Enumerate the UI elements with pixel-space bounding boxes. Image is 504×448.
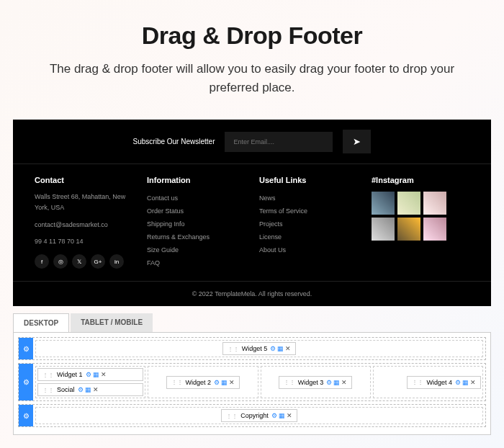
builder-row: ⚙ ⋮⋮Widget 5⚙▦✕ — [18, 337, 486, 360]
builder-row: ⚙ ⋮⋮Widget 1⚙▦✕ ⋮⋮Social⚙▦✕ ⋮⋮Widget 2⚙▦… — [18, 363, 486, 401]
newsletter-label: Subscribe Our Newsletter — [133, 138, 215, 145]
gear-icon[interactable]: ⚙ — [455, 379, 461, 386]
close-icon[interactable]: ✕ — [341, 379, 347, 386]
contact-column: Contact Walls Street 68, Mahattan, New Y… — [35, 176, 132, 269]
widget-block[interactable]: ⋮⋮Social⚙▦✕ — [37, 383, 143, 396]
close-icon[interactable]: ✕ — [470, 379, 476, 386]
widget-label: Widget 1 — [57, 371, 83, 378]
gear-icon[interactable]: ⚙ — [271, 412, 277, 419]
newsletter-submit-button[interactable]: ➤ — [343, 130, 371, 153]
tab-tablet-mobile[interactable]: TABLET / MOBILE — [71, 313, 153, 332]
useful-links-heading: Useful Links — [259, 176, 357, 184]
duplicate-icon[interactable]: ▦ — [333, 379, 340, 386]
close-icon[interactable]: ✕ — [285, 345, 291, 352]
widget-label: Copyright — [240, 412, 269, 419]
instagram-icon[interactable]: ◎ — [53, 254, 68, 269]
gear-icon: ⚙ — [23, 345, 30, 353]
gear-icon[interactable]: ⚙ — [214, 379, 220, 386]
linkedin-icon[interactable]: in — [109, 254, 124, 269]
contact-address: Walls Street 68, Mahattan, New York, USA — [35, 192, 132, 214]
widget-label: Widget 2 — [186, 379, 212, 386]
close-icon[interactable]: ✕ — [93, 386, 99, 393]
widget-block[interactable]: ⋮⋮Copyright⚙▦✕ — [221, 409, 297, 422]
builder-row: ⚙ ⋮⋮Copyright⚙▦✕ — [18, 404, 486, 427]
widget-block[interactable]: ⋮⋮Widget 1⚙▦✕ — [37, 368, 143, 381]
useful-link[interactable]: License — [259, 230, 357, 243]
grip-icon: ⋮⋮ — [42, 372, 54, 378]
duplicate-icon[interactable]: ▦ — [279, 412, 285, 419]
widget-label: Widget 4 — [426, 379, 452, 386]
duplicate-icon[interactable]: ▦ — [93, 371, 99, 378]
useful-link[interactable]: Projects — [259, 218, 357, 230]
grip-icon: ⋮⋮ — [171, 379, 183, 385]
info-link[interactable]: Returns & Exchanges — [147, 230, 245, 243]
duplicate-icon[interactable]: ▦ — [85, 386, 91, 393]
grip-icon: ⋮⋮ — [284, 379, 295, 385]
instagram-thumbnail[interactable] — [397, 218, 420, 241]
twitter-icon[interactable]: 𝕏 — [72, 254, 86, 269]
gear-icon[interactable]: ⚙ — [86, 371, 91, 378]
facebook-icon[interactable]: f — [35, 254, 49, 269]
duplicate-icon[interactable]: ▦ — [221, 379, 228, 386]
information-heading: Information — [147, 176, 245, 184]
footer-preview: Subscribe Our Newsletter ➤ Contact Walls… — [13, 120, 491, 306]
info-link[interactable]: Size Guide — [147, 243, 245, 256]
contact-phone: 99 4 11 78 70 14 — [35, 236, 132, 247]
gear-icon: ⚙ — [23, 378, 30, 386]
close-icon[interactable]: ✕ — [287, 412, 292, 419]
widget-label: Widget 3 — [298, 379, 324, 386]
contact-heading: Contact — [35, 176, 132, 184]
close-icon[interactable]: ✕ — [229, 379, 235, 386]
close-icon[interactable]: ✕ — [101, 371, 107, 378]
grip-icon: ⋮⋮ — [412, 379, 423, 385]
page-description: The drag & drop footer will allow you to… — [29, 60, 475, 97]
widget-block[interactable]: ⋮⋮Widget 5⚙▦✕ — [222, 342, 297, 355]
copyright-text: © 2022 TemplateMela. All rights reserved… — [13, 281, 491, 306]
gear-icon[interactable]: ⚙ — [78, 386, 84, 393]
useful-link[interactable]: News — [259, 192, 357, 205]
row-settings-handle[interactable]: ⚙ — [19, 338, 33, 359]
info-link[interactable]: Shipping Info — [147, 218, 245, 230]
gear-icon[interactable]: ⚙ — [326, 379, 332, 386]
widget-block[interactable]: ⋮⋮Widget 2⚙▦✕ — [166, 376, 240, 389]
widget-block[interactable]: ⋮⋮Widget 4⚙▦✕ — [407, 376, 481, 389]
gear-icon: ⚙ — [23, 412, 30, 420]
newsletter-email-input[interactable] — [225, 132, 333, 152]
duplicate-icon[interactable]: ▦ — [462, 379, 469, 386]
grip-icon: ⋮⋮ — [42, 387, 54, 393]
instagram-heading: #Instagram — [372, 176, 469, 184]
gear-icon[interactable]: ⚙ — [270, 345, 276, 352]
grip-icon: ⋮⋮ — [228, 346, 239, 352]
widget-block[interactable]: ⋮⋮Widget 3⚙▦✕ — [279, 376, 353, 389]
instagram-thumbnail[interactable] — [372, 218, 395, 241]
contact-email: contact@sadesmarket.co — [35, 220, 132, 230]
tab-desktop[interactable]: DESKTOP — [13, 313, 69, 332]
useful-link[interactable]: About Us — [259, 243, 357, 256]
widget-label: Widget 5 — [242, 345, 268, 352]
useful-link[interactable]: Terms of Service — [259, 205, 357, 218]
useful-links-column: Useful Links News Terms of Service Proje… — [259, 176, 357, 269]
widget-label: Social — [57, 386, 75, 393]
instagram-thumbnail[interactable] — [423, 218, 446, 241]
footer-builder: DESKTOP TABLET / MOBILE ⚙ ⋮⋮Widget 5⚙▦✕ … — [13, 313, 491, 435]
instagram-thumbnail[interactable] — [372, 192, 395, 215]
page-title: Drag & Drop Footer — [29, 22, 475, 50]
google-plus-icon[interactable]: G+ — [91, 254, 105, 269]
information-column: Information Contact us Order Status Ship… — [147, 176, 245, 269]
instagram-thumbnail[interactable] — [423, 192, 446, 215]
row-settings-handle[interactable]: ⚙ — [19, 364, 33, 400]
row-settings-handle[interactable]: ⚙ — [19, 405, 33, 426]
info-link[interactable]: Contact us — [147, 192, 245, 205]
info-link[interactable]: FAQ — [147, 256, 245, 269]
grip-icon: ⋮⋮ — [226, 413, 238, 419]
duplicate-icon[interactable]: ▦ — [277, 345, 284, 352]
instagram-column: #Instagram — [372, 176, 469, 269]
send-icon: ➤ — [353, 136, 361, 147]
info-link[interactable]: Order Status — [147, 205, 245, 218]
instagram-thumbnail[interactable] — [397, 192, 420, 215]
